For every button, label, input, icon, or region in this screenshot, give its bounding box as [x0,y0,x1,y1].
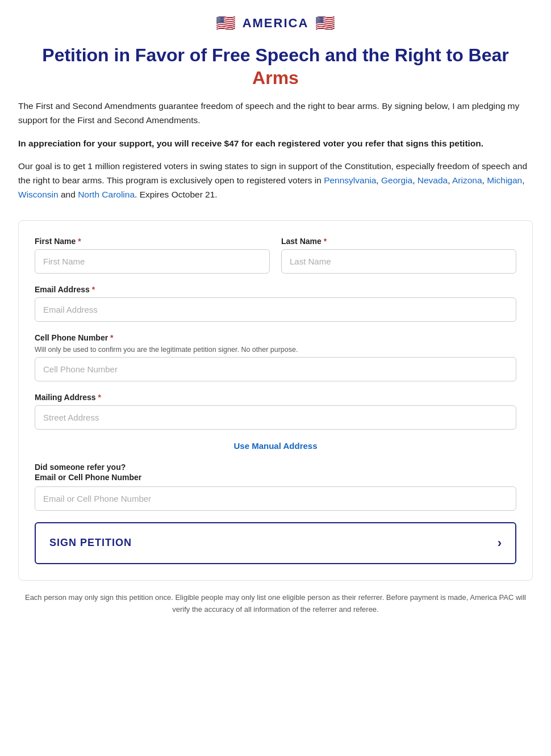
cell-phone-required: * [110,333,113,342]
header-title: AMERICA [243,16,309,31]
state-link-pennsylvania[interactable]: Pennsylvania [324,175,376,185]
cell-phone-sublabel: Will only be used to confirm you are the… [35,346,516,354]
flag-right-icon: 🇺🇸 [315,14,335,32]
first-name-required: * [78,237,81,246]
intro-paragraph-1: The First and Second Amendments guarante… [18,99,533,128]
intro-paragraph-3: Our goal is to get 1 million registered … [18,159,533,201]
first-name-label: First Name * [35,237,270,246]
last-name-group: Last Name * [281,237,516,274]
first-name-input[interactable] [35,249,270,274]
cell-phone-group: Cell Phone Number * Will only be used to… [35,333,516,381]
mailing-address-input[interactable] [35,405,516,430]
manual-address-link[interactable]: Use Manual Address [234,441,318,451]
cell-phone-input[interactable] [35,357,516,381]
state-link-wisconsin[interactable]: Wisconsin [18,190,59,199]
sign-petition-arrow-icon: › [498,536,502,551]
referral-label-group: Did someone refer you? Email or Cell Pho… [35,463,516,482]
page-title: Petition in Favor of Free Speech and the… [18,44,533,89]
last-name-input[interactable] [281,249,516,274]
mailing-required: * [98,393,101,402]
state-link-north-carolina[interactable]: North Carolina [78,190,135,199]
email-required: * [92,285,95,294]
referral-group [35,486,516,511]
page-header: 🇺🇸 AMERICA 🇺🇸 [18,14,533,32]
title-colored: Arms [252,68,299,88]
cell-phone-label: Cell Phone Number * [35,333,516,342]
sign-petition-button[interactable]: SIGN PETITION › [35,522,516,564]
state-link-nevada[interactable]: Nevada [418,175,448,185]
referral-main-label: Did someone refer you? [35,463,516,472]
state-link-michigan[interactable]: Michigan [487,175,522,185]
intro-paragraph-2: In appreciation for your support, you wi… [18,137,533,151]
footer-disclaimer: Each person may only sign this petition … [18,592,533,616]
referral-input[interactable] [35,486,516,511]
state-link-arizona[interactable]: Arizona [452,175,482,185]
flag-left-icon: 🇺🇸 [216,14,236,32]
name-row: First Name * Last Name * [35,237,516,274]
last-name-label: Last Name * [281,237,516,246]
state-link-georgia[interactable]: Georgia [381,175,412,185]
email-group: Email Address * [35,285,516,322]
mailing-address-label: Mailing Address * [35,393,516,402]
petition-form: First Name * Last Name * Email Address *… [18,220,533,581]
sign-petition-label: SIGN PETITION [49,537,132,549]
email-label: Email Address * [35,285,516,294]
manual-address-container: Use Manual Address [35,441,516,451]
last-name-required: * [324,237,327,246]
mailing-address-group: Mailing Address * [35,393,516,430]
referral-sub-label: Email or Cell Phone Number [35,473,516,482]
first-name-group: First Name * [35,237,270,274]
email-input[interactable] [35,297,516,322]
